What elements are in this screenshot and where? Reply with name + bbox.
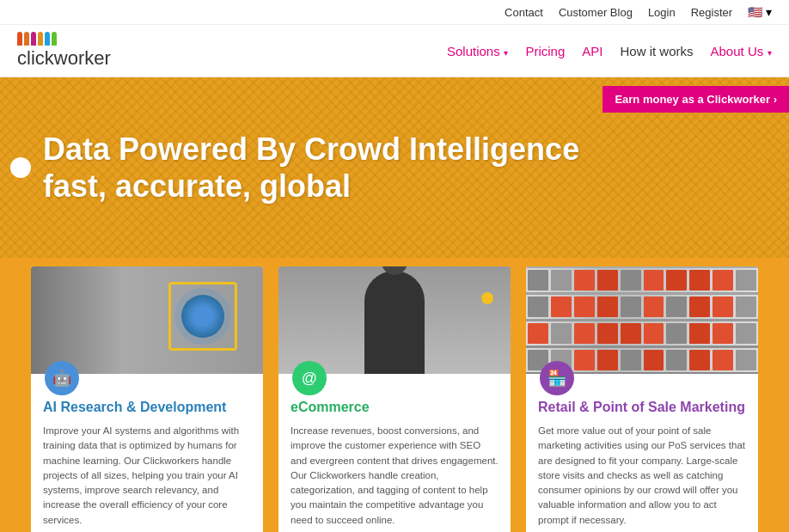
how-it-works-nav-link[interactable]: How it works — [621, 44, 694, 58]
logo-text: clickworker — [17, 47, 111, 70]
ai-card-title: AI Research & Development — [43, 400, 251, 415]
pricing-nav-link[interactable]: Pricing — [525, 44, 565, 58]
hero-section: Data Powered By Crowd Intelligence fast,… — [0, 77, 789, 258]
api-nav-link[interactable]: API — [582, 44, 602, 58]
ecommerce-card-icon: @ — [292, 361, 327, 395]
ai-research-card: 🤖 AI Research & Development Improve your… — [31, 266, 263, 532]
contact-link[interactable]: Contact — [505, 6, 543, 19]
shelf-row-1 — [526, 268, 758, 292]
person-head — [382, 266, 407, 275]
ecommerce-card-description: Increase revenues, boost conversions, an… — [291, 424, 498, 528]
solutions-dropdown-arrow: ▾ — [502, 48, 509, 58]
shelf-row-3 — [526, 321, 758, 345]
logo-figures — [17, 32, 57, 46]
retail-card-title: Retail & Point of Sale Marketing — [538, 400, 746, 415]
ecommerce-card-title: eCommerce — [291, 400, 498, 415]
register-link[interactable]: Register — [691, 6, 732, 19]
nav-links: Solutions ▾ Pricing API How it works Abo… — [447, 44, 772, 58]
retail-card-icon: 🏪 — [540, 361, 574, 395]
eye-iris — [181, 295, 224, 338]
ai-card-body: AI Research & Development Improve your A… — [31, 374, 263, 532]
hero-text: Data Powered By Crowd Intelligence fast,… — [0, 131, 579, 205]
ai-card-image — [31, 266, 263, 374]
login-link[interactable]: Login — [648, 6, 676, 19]
main-navigation: clickworker Solutions ▾ Pricing API How … — [0, 25, 789, 77]
shelf-row-2 — [526, 295, 758, 319]
retail-card-image — [526, 266, 758, 374]
ecommerce-card: @ eCommerce Increase revenues, boost con… — [278, 266, 511, 532]
retail-card-description: Get more value out of your point of sale… — [538, 424, 746, 528]
logo[interactable]: clickworker — [17, 32, 111, 70]
cards-section: 🤖 AI Research & Development Improve your… — [0, 258, 789, 532]
blog-link[interactable]: Customer Blog — [559, 6, 633, 19]
yellow-dot — [481, 292, 493, 304]
top-bar: Contact Customer Blog Login Register 🇺🇸 … — [0, 0, 789, 25]
hero-headline: Data Powered By Crowd Intelligence fast,… — [43, 131, 579, 205]
flag-icon[interactable]: 🇺🇸 ▾ — [748, 5, 772, 19]
ai-card-icon: 🤖 — [45, 361, 79, 395]
shelf-display — [526, 266, 758, 374]
ai-card-description: Improve your AI systems and algorithms w… — [43, 424, 251, 528]
earn-money-button[interactable]: Earn money as a Clickworker › — [602, 86, 789, 113]
ecommerce-card-image — [278, 266, 511, 374]
eye-tracking-box — [168, 282, 237, 351]
person-silhouette — [364, 271, 425, 374]
retail-card: 🏪 Retail & Point of Sale Marketing Get m… — [526, 266, 758, 532]
about-us-nav-link[interactable]: About Us ▾ — [711, 44, 772, 58]
retail-card-body: Retail & Point of Sale Marketing Get mor… — [526, 374, 758, 532]
about-dropdown-arrow: ▾ — [765, 48, 772, 58]
solutions-nav-link[interactable]: Solutions ▾ — [447, 44, 509, 58]
ecommerce-card-body: eCommerce Increase revenues, boost conve… — [278, 374, 511, 532]
